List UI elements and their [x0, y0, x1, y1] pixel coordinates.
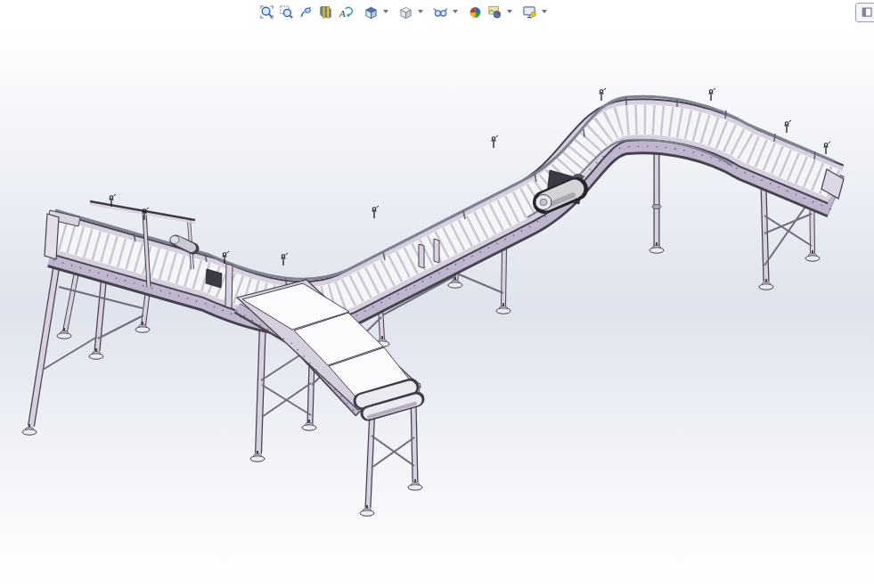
apply-scene-icon: [486, 4, 503, 20]
zoom-to-area-icon: [278, 4, 295, 20]
previous-view-button[interactable]: [297, 2, 315, 21]
view-orientation-dropdown-caret[interactable]: [381, 2, 389, 21]
previous-view-icon: [298, 4, 314, 20]
view-orientation-button[interactable]: [362, 2, 380, 21]
zoom-to-fit-button[interactable]: [257, 2, 276, 21]
display-style-button[interactable]: [396, 2, 415, 21]
view-settings-button[interactable]: [520, 2, 539, 21]
apply-scene-dropdown-caret[interactable]: [505, 2, 513, 21]
edit-appearance-icon: [467, 4, 484, 20]
view-settings-icon: [521, 4, 538, 20]
hide-show-items-dropdown-caret[interactable]: [451, 2, 459, 21]
left-end-plate: [45, 214, 59, 259]
heads-up-view-toolbar: A: [0, 0, 874, 23]
viewport-background: [0, 0, 874, 588]
task-pane-icon: [861, 6, 874, 19]
display-style-dropdown-caret[interactable]: [416, 2, 424, 21]
dynamic-annotation-views-icon: A: [337, 4, 354, 20]
svg-text:A: A: [339, 8, 346, 19]
display-style-icon: [397, 4, 414, 20]
edit-appearance-button[interactable]: [466, 2, 485, 21]
view-settings-dropdown-caret[interactable]: [540, 2, 548, 21]
graphics-area[interactable]: [0, 0, 874, 588]
section-view-icon: [317, 4, 334, 20]
task-pane-toggle-button[interactable]: [855, 3, 874, 22]
leg-collar: [652, 205, 661, 209]
section-view-button[interactable]: [316, 2, 335, 21]
apply-scene-button[interactable]: [486, 2, 504, 21]
view-orientation-icon: [363, 4, 380, 20]
hide-show-items-button[interactable]: [431, 2, 450, 21]
dynamic-annotation-views-button[interactable]: A: [336, 2, 355, 21]
zoom-to-fit-icon: [258, 4, 275, 20]
zoom-to-area-button[interactable]: [277, 2, 296, 21]
conveyor-3d-model: [0, 0, 874, 588]
hide-show-items-icon: [432, 4, 449, 20]
